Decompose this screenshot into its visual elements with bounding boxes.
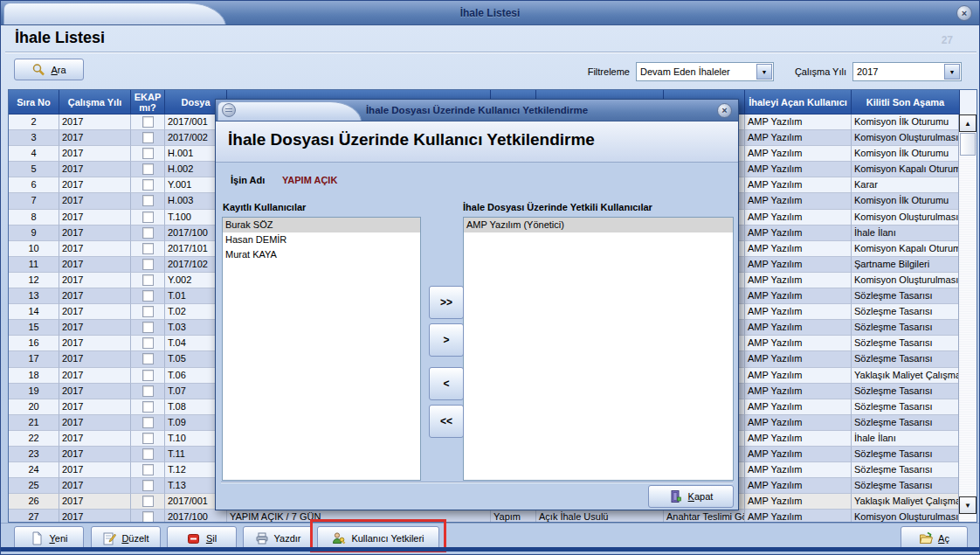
filter-dropdown[interactable]: Devam Eden İhaleler ▼: [636, 62, 774, 81]
cell-yil: 2017: [59, 162, 131, 177]
dialog-close-icon[interactable]: ×: [717, 103, 732, 118]
main-window: İhale Listesi × İhale Listesi 27 Ara Fil…: [0, 0, 980, 555]
cell-yil: 2017: [59, 177, 131, 193]
page-title: İhale Listesi: [15, 29, 105, 47]
dialog-heading: İhale Dosyası Üzerinde Kullanıcı Yetkile…: [228, 130, 595, 149]
cell-yil: 2017: [59, 320, 131, 336]
ekap-checkbox[interactable]: [142, 195, 154, 206]
cell-acan: AMP Yazılım: [745, 384, 852, 399]
cell-acan: AMP Yazılım: [745, 368, 852, 384]
move-left-button[interactable]: <: [429, 367, 464, 400]
ekap-checkbox[interactable]: [142, 259, 154, 270]
list-item[interactable]: Murat KAYA: [223, 247, 420, 262]
ekap-checkbox[interactable]: [142, 132, 154, 143]
ekap-checkbox[interactable]: [142, 212, 154, 223]
print-button[interactable]: Yazdır: [243, 526, 313, 550]
new-button[interactable]: Yeni: [14, 526, 84, 550]
search-button[interactable]: Ara: [14, 59, 84, 80]
ekap-checkbox[interactable]: [142, 322, 154, 333]
ekap-checkbox[interactable]: [142, 464, 154, 475]
cell-ekap: [131, 494, 165, 510]
column-header-ekap[interactable]: EKAP mı?: [131, 90, 165, 114]
open-button[interactable]: Aç: [901, 526, 968, 550]
authorized-users-listbox[interactable]: AMP Yazılım (Yönetici): [463, 217, 734, 481]
edit-button[interactable]: Düzelt: [91, 526, 161, 550]
cell-asama: Sözleşme Tasarısı: [852, 288, 958, 304]
cell-ekap: [131, 162, 165, 177]
print-icon: [255, 531, 269, 545]
scroll-thumb[interactable]: [960, 133, 976, 156]
column-header-asama[interactable]: Kilitli Son Aşama: [852, 90, 960, 114]
list-item[interactable]: AMP Yazılım (Yönetici): [464, 218, 733, 232]
cell-yil: 2017: [59, 368, 131, 384]
cell-ekap: [131, 478, 165, 494]
cell-ekap: [131, 146, 165, 162]
close-icon[interactable]: ×: [956, 5, 972, 21]
chevron-down-icon[interactable]: ▼: [756, 64, 772, 80]
close-dialog-button[interactable]: Kapat: [648, 485, 734, 508]
cell-yil: 2017: [59, 257, 131, 273]
column-header-sira[interactable]: Sıra No: [9, 90, 59, 114]
ekap-checkbox[interactable]: [142, 290, 154, 302]
ekap-checkbox[interactable]: [142, 148, 154, 159]
ekap-checkbox[interactable]: [142, 179, 154, 191]
list-item[interactable]: Hasan DEMİR: [223, 232, 420, 247]
table-vertical-scrollbar[interactable]: ▲ ▼: [958, 114, 977, 522]
cell-asama: İhale İlanı: [852, 225, 958, 241]
ekap-checkbox[interactable]: [142, 496, 154, 507]
cell-acan: AMP Yazılım: [745, 320, 852, 336]
ekap-checkbox[interactable]: [142, 116, 154, 128]
new-button-label: Yeni: [49, 533, 67, 544]
ekap-checkbox[interactable]: [142, 480, 154, 491]
cell-acan: AMP Yazılım: [745, 304, 852, 320]
ekap-checkbox[interactable]: [142, 370, 154, 381]
dialog-titlebar: İhale Dosyası Üzerinde Kullanıcı Yetkile…: [216, 100, 738, 121]
table-row[interactable]: 2720172017/100YAPIM AÇIK / 7 GÜNYapımAçı…: [9, 510, 958, 522]
delete-button[interactable]: Sil: [167, 526, 237, 550]
move-all-left-button[interactable]: <<: [429, 405, 464, 438]
ekap-checkbox[interactable]: [142, 511, 154, 522]
ekap-checkbox[interactable]: [142, 243, 154, 254]
print-button-label: Yazdır: [274, 533, 301, 544]
ekap-checkbox[interactable]: [142, 448, 154, 460]
cell-asama: Komisyon İlk Oturumu: [852, 114, 958, 130]
cell-ekap: [131, 462, 165, 478]
cell-acan: AMP Yazılım: [745, 193, 852, 209]
ekap-checkbox[interactable]: [142, 306, 154, 317]
ekap-checkbox[interactable]: [142, 417, 154, 428]
cell-yil: 2017: [59, 241, 131, 257]
chevron-down-icon[interactable]: ▼: [944, 64, 960, 80]
cell-yil: 2017: [59, 210, 131, 225]
column-header-yil[interactable]: Çalışma Yılı: [59, 90, 131, 114]
ekap-checkbox[interactable]: [142, 385, 154, 397]
job-name-label: İşin Adı: [231, 175, 265, 185]
ekap-checkbox[interactable]: [142, 401, 154, 413]
cell-sira: 5: [9, 162, 59, 177]
ekap-checkbox[interactable]: [142, 337, 154, 349]
dialog-title: İhale Dosyası Üzerinde Kullanıcı Yetkile…: [216, 100, 738, 121]
year-dropdown[interactable]: 2017 ▼: [852, 62, 962, 81]
scroll-down-icon[interactable]: ▼: [959, 496, 977, 514]
move-all-right-button[interactable]: >>: [429, 286, 464, 319]
registered-users-listbox[interactable]: Burak SÖZHasan DEMİRMurat KAYA: [222, 217, 421, 481]
column-header-acan[interactable]: İhaleyi Açan Kullanıcı: [745, 90, 852, 114]
ekap-checkbox[interactable]: [142, 274, 154, 286]
cell-sira: 27: [9, 510, 59, 522]
cell-acan: AMP Yazılım: [745, 162, 852, 177]
cell-acan: AMP Yazılım: [745, 241, 852, 257]
list-item[interactable]: Burak SÖZ: [223, 218, 420, 232]
scroll-up-icon[interactable]: ▲: [959, 114, 977, 132]
cell-yil: 2017: [59, 225, 131, 241]
cell-asama: Komisyon Kapalı Oturumu: [852, 162, 958, 177]
ekap-checkbox[interactable]: [142, 433, 154, 444]
cell-ekap: [131, 336, 165, 351]
cell-asama: Sözleşme Tasarısı: [852, 399, 958, 415]
ekap-checkbox[interactable]: [142, 353, 154, 364]
move-right-button[interactable]: >: [429, 323, 464, 357]
door-icon: [669, 489, 683, 503]
ekap-checkbox[interactable]: [142, 227, 154, 239]
cell-acan: AMP Yazılım: [745, 257, 852, 273]
user-permissions-button[interactable]: Kullanıcı Yetkileri: [317, 526, 439, 550]
cell-sira: 11: [9, 257, 59, 273]
ekap-checkbox[interactable]: [142, 163, 154, 175]
